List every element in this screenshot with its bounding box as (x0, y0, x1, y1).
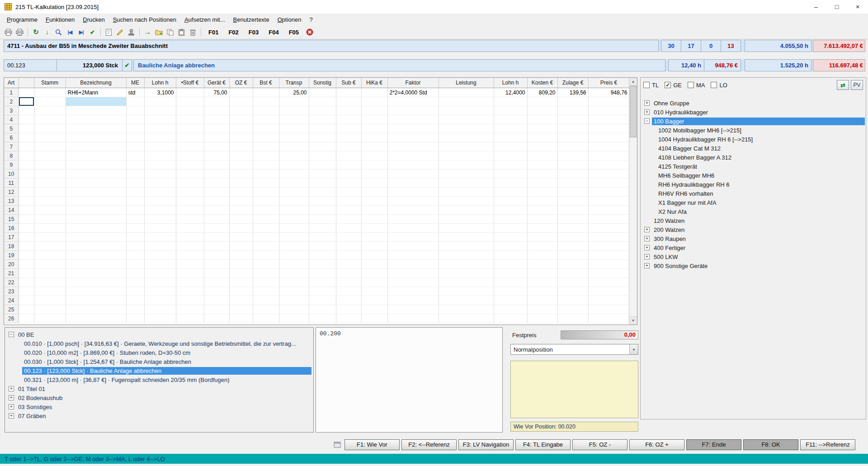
grid-cell[interactable] (439, 242, 494, 251)
grid-cell[interactable] (557, 296, 588, 305)
grid-cell[interactable] (19, 133, 34, 142)
grid-cell[interactable] (66, 133, 126, 142)
grid-cell[interactable] (557, 169, 588, 179)
grid-cell[interactable] (19, 215, 34, 224)
grid-cell[interactable] (361, 188, 387, 197)
grid-cell[interactable] (439, 305, 494, 314)
grid-col-6[interactable]: Gerät € (204, 78, 229, 88)
grid-row-23[interactable]: 23 (4, 287, 629, 296)
grid-cell[interactable] (176, 251, 204, 260)
grid-row-22[interactable]: 22 (4, 278, 629, 287)
grid-cell[interactable] (19, 233, 34, 242)
grid-cell[interactable] (126, 224, 144, 233)
grid-cell[interactable] (588, 278, 629, 287)
grid-cell[interactable] (253, 251, 279, 260)
menu-item-6[interactable]: Optionen (274, 14, 306, 25)
grid-cell[interactable] (204, 197, 229, 206)
grid-cell[interactable] (126, 215, 144, 224)
grid-cell[interactable] (34, 305, 66, 314)
grid-cell[interactable]: 948,76 (588, 88, 629, 97)
grid-cell[interactable] (588, 260, 629, 269)
grid-col-11[interactable]: Sub € (336, 78, 361, 88)
grid-cell[interactable] (439, 197, 494, 206)
grid-cell[interactable] (557, 206, 588, 215)
grid-cell[interactable] (34, 169, 66, 179)
grid-cell[interactable] (336, 269, 361, 278)
grid-cell[interactable] (66, 206, 126, 215)
grid-cell[interactable] (494, 169, 527, 179)
grid-cell[interactable] (279, 142, 309, 151)
grid-cell[interactable] (309, 206, 336, 215)
grid-col-7[interactable]: OZ € (229, 78, 253, 88)
grid-cell[interactable] (19, 106, 34, 115)
grid-cell[interactable] (588, 215, 629, 224)
grid-cell[interactable] (309, 124, 336, 133)
grid-cell[interactable] (204, 169, 229, 179)
grid-cell[interactable] (176, 115, 204, 124)
grid-cell[interactable] (253, 188, 279, 197)
grid-cell[interactable] (494, 142, 527, 151)
grid-cell[interactable] (361, 151, 387, 160)
grid-cell[interactable] (126, 296, 144, 305)
collapse-icon[interactable]: − (9, 332, 14, 337)
grid-cell[interactable] (229, 296, 253, 305)
grid-cell[interactable] (527, 115, 557, 124)
grid-cell[interactable] (557, 97, 588, 106)
grid-cell[interactable] (494, 160, 527, 169)
grid-row-26[interactable]: 26 (4, 314, 629, 323)
grid-cell[interactable] (253, 269, 279, 278)
expand-icon[interactable]: + (644, 227, 650, 232)
grid-row-16[interactable]: 16 (4, 224, 629, 233)
fn-f1-button[interactable]: F1: Wie Vor (344, 439, 400, 450)
grid-col-13[interactable]: Faktor (387, 78, 439, 88)
grid-cell[interactable] (34, 314, 66, 323)
grid-cell[interactable] (144, 160, 176, 169)
grid-cell[interactable] (279, 124, 309, 133)
grid-cell[interactable] (439, 224, 494, 233)
grid-cell[interactable] (204, 206, 229, 215)
grid-col-17[interactable]: Zulage € (557, 78, 588, 88)
grid-cell[interactable] (588, 242, 629, 251)
document-icon[interactable] (104, 27, 114, 37)
grid-cell[interactable] (144, 305, 176, 314)
grid-cell[interactable] (279, 278, 309, 287)
grid-cell[interactable] (204, 269, 229, 278)
grid-cell[interactable] (309, 305, 336, 314)
grid-cell[interactable] (229, 260, 253, 269)
grid-cell[interactable] (494, 115, 527, 124)
grid-cell[interactable] (527, 188, 557, 197)
grid-row-11[interactable]: 11 (4, 179, 629, 188)
grid-cell[interactable] (229, 160, 253, 169)
expand-icon[interactable]: + (9, 404, 14, 410)
device-tree-item[interactable]: +010 Hydraulikbagger (642, 108, 865, 117)
grid-cell[interactable] (229, 269, 253, 278)
grid-cell[interactable] (229, 242, 253, 251)
grid-cell[interactable] (588, 124, 629, 133)
grid-cell[interactable] (34, 106, 66, 115)
toolbar-f04-button[interactable]: F04 (264, 28, 283, 37)
grid-cell[interactable] (309, 269, 336, 278)
grid-cell[interactable] (204, 215, 229, 224)
grid-cell[interactable] (19, 260, 34, 269)
grid-cell[interactable] (527, 287, 557, 296)
grid-cell[interactable] (19, 97, 34, 106)
grid-col-1[interactable]: Stamm (34, 78, 66, 88)
grid-cell[interactable] (439, 215, 494, 224)
grid-cell[interactable] (126, 206, 144, 215)
fn-f5-button[interactable]: F5: OZ - (572, 439, 627, 450)
grid-cell[interactable] (126, 242, 144, 251)
grid-cell[interactable] (19, 224, 34, 233)
grid-cell[interactable] (309, 287, 336, 296)
grid-cell[interactable] (494, 233, 527, 242)
toolbar-f03-button[interactable]: F03 (244, 28, 264, 37)
menu-item-4[interactable]: Aufsetzen mit... (180, 14, 229, 25)
grid-cell[interactable] (204, 233, 229, 242)
grid-cell[interactable] (229, 151, 253, 160)
grid-cell[interactable] (253, 142, 279, 151)
grid-cell[interactable] (336, 160, 361, 169)
grid-cell[interactable] (588, 206, 629, 215)
grid-cell[interactable] (229, 206, 253, 215)
grid-row-1[interactable]: 1RH6+2Mannstd3,100075,0025,002*2=4,0000 … (4, 88, 629, 97)
grid-cell[interactable] (126, 160, 144, 169)
grid-col-18[interactable]: Preis € (588, 78, 629, 88)
